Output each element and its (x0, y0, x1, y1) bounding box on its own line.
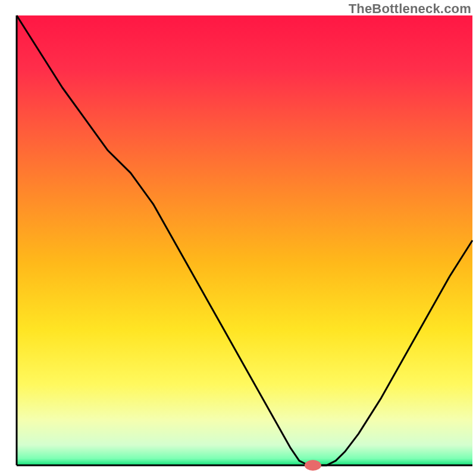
plot-background (17, 15, 472, 465)
optimum-marker (305, 460, 321, 471)
chart-svg (0, 0, 476, 476)
bottleneck-chart: TheBottleneck.com (0, 0, 476, 476)
watermark-label: TheBottleneck.com (349, 1, 471, 17)
